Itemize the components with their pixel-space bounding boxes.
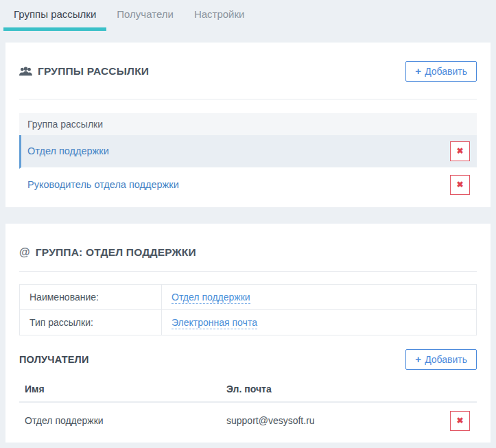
add-recipient-button-label: Добавить	[425, 354, 467, 365]
column-header-name: Имя	[25, 384, 226, 394]
tab-mailing-groups[interactable]: Группы рассылки	[3, 0, 106, 31]
type-field-cell: Электронная почта	[162, 309, 477, 335]
mailing-groups-panel: ГРУППЫ РАССЫЛКИ + Добавить Группа рассыл…	[5, 43, 491, 207]
mailing-groups-panel-header: ГРУППЫ РАССЫЛКИ + Добавить	[19, 56, 477, 86]
users-icon	[19, 67, 32, 76]
tab-bar: Группы рассылки Получатели Настройки	[0, 0, 496, 31]
header-divider	[19, 99, 477, 99]
type-field-value[interactable]: Электронная почта	[172, 317, 257, 329]
delete-icon: ✖	[456, 180, 463, 189]
recipient-name: Отдел поддержки	[25, 415, 226, 426]
mailing-groups-title: ГРУППЫ РАССЫЛКИ	[19, 65, 149, 78]
add-group-button[interactable]: + Добавить	[405, 61, 477, 82]
name-field-value[interactable]: Отдел поддержки	[172, 292, 250, 304]
add-group-button-label: Добавить	[425, 66, 467, 77]
group-link[interactable]: Руководитель отдела поддержки	[27, 179, 179, 190]
name-field-cell: Отдел поддержки	[162, 284, 477, 309]
type-field-label: Тип рассылки:	[20, 309, 162, 335]
at-icon: @	[19, 246, 30, 259]
group-detail-title-text: ГРУППА: ОТДЕЛ ПОДДЕРЖКИ	[36, 246, 196, 259]
plus-icon: +	[415, 66, 421, 76]
delete-icon: ✖	[456, 416, 463, 425]
group-link[interactable]: Отдел поддержки	[27, 145, 109, 156]
property-row-name: Наименование: Отдел поддержки	[20, 284, 477, 309]
recipients-title: ПОЛУЧАТЕЛИ	[19, 354, 89, 365]
tab-settings[interactable]: Настройки	[184, 0, 255, 31]
recipient-row: Отдел поддержки support@vesysoft.ru ✖	[19, 403, 477, 439]
delete-group-button[interactable]: ✖	[450, 175, 470, 195]
header-divider	[19, 271, 477, 272]
name-field-label: Наименование:	[20, 284, 162, 309]
mailing-groups-title-text: ГРУППЫ РАССЫЛКИ	[38, 65, 149, 78]
delete-icon: ✖	[456, 147, 463, 155]
tab-recipients[interactable]: Получатели	[106, 0, 184, 31]
group-detail-panel: @ ГРУППА: ОТДЕЛ ПОДДЕРЖКИ Наименование: …	[5, 224, 491, 443]
delete-group-button[interactable]: ✖	[450, 141, 470, 161]
group-properties-table: Наименование: Отдел поддержки Тип рассыл…	[19, 284, 477, 335]
group-row-support-lead[interactable]: Руководитель отдела поддержки ✖	[19, 169, 477, 202]
mailing-groups-table: Группа рассылки Отдел поддержки ✖ Руково…	[19, 113, 477, 202]
delete-recipient-button[interactable]: ✖	[450, 411, 470, 431]
group-detail-title: @ ГРУППА: ОТДЕЛ ПОДДЕРЖКИ	[19, 246, 477, 259]
add-recipient-button[interactable]: + Добавить	[405, 349, 477, 370]
plus-icon: +	[415, 354, 421, 364]
recipient-email: support@vesysoft.ru	[226, 415, 450, 426]
column-header-email: Эл. почта	[226, 384, 272, 394]
group-row-support-dept[interactable]: Отдел поддержки ✖	[19, 135, 477, 169]
recipients-header: ПОЛУЧАТЕЛИ + Добавить	[19, 349, 477, 370]
property-row-type: Тип рассылки: Электронная почта	[20, 309, 477, 335]
groups-table-header: Группа рассылки	[19, 113, 477, 135]
recipients-column-headers: Имя Эл. почта	[19, 379, 477, 399]
